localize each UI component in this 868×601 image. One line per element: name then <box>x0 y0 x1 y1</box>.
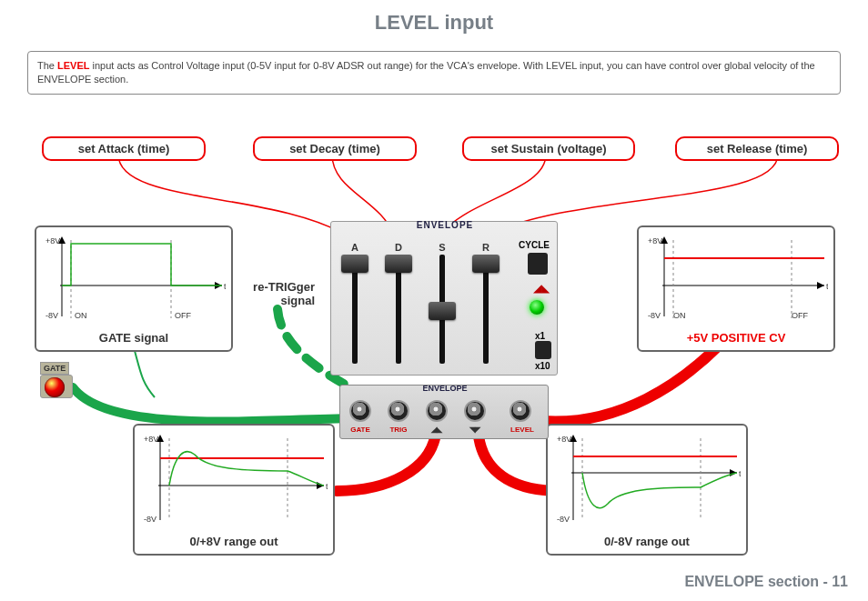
pill-sustain: set Sustain (voltage) <box>462 136 635 161</box>
svg-marker-17 <box>817 282 824 289</box>
graph-posout: t +8V -8V 0/+8V range out <box>133 424 335 556</box>
slider-label-a: A <box>337 242 373 253</box>
svg-text:ON: ON <box>673 311 686 320</box>
graph-cv: t +8V -8V ON OFF +5V POSITIVE CV <box>637 225 835 352</box>
jack-env-pos-icon: ◢◣ <box>424 426 449 434</box>
retrigger-label: re-TRIGger signal <box>233 280 315 307</box>
jack-level-label: LEVEL <box>504 426 540 434</box>
envelope-panel: ENVELOPE A D S R CYCLE ◢◣ x1 x10 ENVELOP… <box>330 221 558 445</box>
graph-gate: t +8V -8V ON OFF GATE signal <box>35 225 233 352</box>
graph-cv-svg: t +8V -8V ON OFF <box>646 231 828 326</box>
page-footer: ENVELOPE section - 11 <box>684 574 848 590</box>
graph-posout-svg: t +8V -8V <box>142 429 328 529</box>
svg-text:-8V: -8V <box>648 311 661 320</box>
svg-text:OFF: OFF <box>175 311 191 320</box>
svg-text:t: t <box>739 469 741 478</box>
desc-prefix: The <box>37 60 57 71</box>
gate-button-knob <box>45 377 65 397</box>
graph-negout: t +8V -8V 0/-8V range out <box>546 424 748 556</box>
graph-cv-caption: +5V POSITIVE CV <box>646 331 826 345</box>
retrig-line2: signal <box>280 294 315 307</box>
page-title: LEVEL input <box>0 11 868 35</box>
slider-sustain[interactable]: S <box>424 242 460 364</box>
envelope-shape-icon: ◢◣ <box>533 282 550 295</box>
graph-gate-svg: t +8V -8V ON OFF <box>44 231 226 326</box>
cycle-switch[interactable] <box>528 253 548 275</box>
svg-text:ON: ON <box>75 311 87 320</box>
cycle-label: CYCLE <box>519 240 550 250</box>
envelope-top: ENVELOPE A D S R CYCLE ◢◣ x1 x10 <box>330 221 558 376</box>
envelope-title: ENVELOPE <box>331 220 559 230</box>
slider-decay[interactable]: D <box>380 242 417 364</box>
svg-text:+8V: +8V <box>45 236 60 245</box>
svg-text:+8V: +8V <box>648 236 662 245</box>
jack-trig[interactable] <box>388 400 409 422</box>
cycle-led <box>530 300 544 315</box>
pill-release: set Release (time) <box>675 136 839 161</box>
gate-button[interactable] <box>40 375 73 398</box>
slider-label-d: D <box>380 242 417 253</box>
svg-text:-8V: -8V <box>144 515 156 524</box>
jack-env-pos[interactable] <box>426 400 448 422</box>
jack-trig-label: TRIG <box>384 426 413 434</box>
gate-badge: GATE <box>40 362 69 375</box>
svg-text:-8V: -8V <box>557 515 570 524</box>
envelope-bottom: ENVELOPE GATE TRIG ◢◣ ◥◤ LEVEL <box>339 385 549 439</box>
svg-text:-8V: -8V <box>45 311 58 320</box>
slider-attack[interactable]: A <box>337 242 373 364</box>
x1-label: x1 <box>535 331 545 341</box>
svg-text:OFF: OFF <box>792 311 808 320</box>
description-box: The LEVEL input acts as Control Voltage … <box>27 51 841 95</box>
graph-posout-caption: 0/+8V range out <box>142 535 326 548</box>
graph-negout-svg: t +8V -8V <box>555 429 741 529</box>
desc-rest: input acts as Control Voltage input (0-5… <box>37 60 815 85</box>
svg-text:+8V: +8V <box>557 435 571 444</box>
svg-text:+8V: +8V <box>144 435 158 444</box>
jack-gate-label: GATE <box>346 426 375 434</box>
slider-label-r: R <box>468 242 504 253</box>
jack-gate[interactable] <box>349 400 371 422</box>
desc-keyword: LEVEL <box>57 60 89 71</box>
jack-level[interactable] <box>510 400 531 422</box>
rate-switch-labels: x1 x10 <box>535 331 551 371</box>
svg-text:t: t <box>826 282 828 291</box>
jack-env-neg[interactable] <box>464 400 486 422</box>
retrig-line1: re-TRIGger <box>253 280 315 294</box>
svg-text:t: t <box>326 482 328 491</box>
graph-negout-caption: 0/-8V range out <box>555 535 739 548</box>
slider-release[interactable]: R <box>468 242 504 364</box>
slider-label-s: S <box>424 242 460 253</box>
graph-gate-caption: GATE signal <box>44 331 224 345</box>
pill-decay: set Decay (time) <box>253 136 417 161</box>
envelope-bottom-title: ENVELOPE <box>340 384 550 393</box>
pill-attack: set Attack (time) <box>42 136 206 161</box>
rate-switch[interactable] <box>535 341 551 359</box>
x10-label: x10 <box>535 361 550 371</box>
svg-text:t: t <box>224 282 226 291</box>
jack-env-neg-icon: ◥◤ <box>462 426 488 434</box>
